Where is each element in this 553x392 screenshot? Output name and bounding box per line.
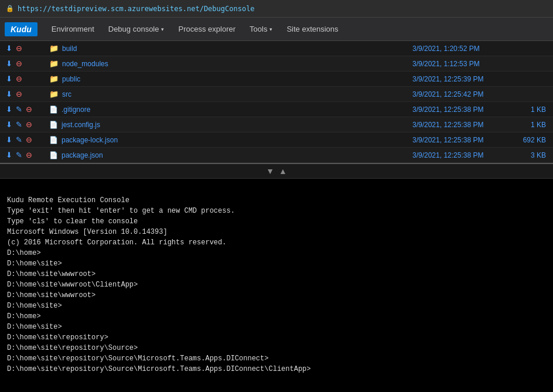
file-actions: ⬇✎⊖ [0, 120, 47, 129]
url-text: https://testdipreview.scm.azurewebsites.… [18, 5, 255, 13]
file-name-cell[interactable]: 📄jest.config.js [47, 121, 412, 129]
console-line: D:\home\site\repository\Source> [7, 343, 546, 353]
delete-icon[interactable]: ⊖ [15, 44, 23, 53]
file-date: 3/9/2021, 12:25:38 PM [412, 121, 506, 129]
console-area[interactable]: Kudu Remote Execution ConsoleType 'exit'… [0, 179, 553, 392]
folder-icon: 📁 [49, 44, 59, 53]
file-actions: ⬇⊖ [0, 74, 47, 83]
file-icon: 📄 [49, 151, 58, 159]
file-size: 1 KB [506, 105, 553, 114]
edit-icon[interactable]: ✎ [15, 105, 23, 114]
scroll-down-button[interactable]: ▼ [266, 166, 274, 176]
delete-icon[interactable]: ⊖ [25, 135, 33, 144]
table-row: ⬇✎⊖📄package-lock.json3/9/2021, 12:25:38 … [0, 132, 553, 148]
address-bar: 🔒 https://testdipreview.scm.azurewebsite… [0, 0, 553, 18]
console-line: Type 'exit' then hit 'enter' to get a ne… [7, 206, 546, 216]
table-row: ⬇⊖📁node_modules3/9/2021, 1:12:53 PM [0, 56, 553, 71]
delete-icon[interactable]: ⊖ [25, 105, 33, 114]
console-line: Kudu Remote Execution Console [7, 195, 546, 206]
file-name-cell[interactable]: 📁src [47, 90, 412, 98]
file-browser: ⬇⊖📁build3/9/2021, 1:20:52 PM⬇⊖📁node_modu… [0, 41, 553, 164]
file-icon: 📄 [49, 121, 58, 129]
lock-icon: 🔒 [6, 5, 14, 12]
table-row: ⬇✎⊖📄jest.config.js3/9/2021, 12:25:38 PM1… [0, 117, 553, 132]
file-name-cell[interactable]: 📁build [47, 44, 412, 53]
table-row: ⬇✎⊖📄package.json3/9/2021, 12:25:38 PM3 K… [0, 148, 553, 163]
console-line: D:\home\site\repository\Source\Microsoft… [7, 353, 546, 364]
nav-tools[interactable]: Tools ▾ [243, 18, 279, 41]
navbar: Kudu Environment Debug console ▾ Process… [0, 18, 553, 41]
download-icon[interactable]: ⬇ [5, 44, 13, 53]
file-name-cell[interactable]: 📄package-lock.json [47, 136, 412, 144]
edit-icon[interactable]: ✎ [15, 151, 23, 159]
file-actions: ⬇✎⊖ [0, 151, 47, 159]
file-name-cell[interactable]: 📄.gitignore [47, 105, 412, 114]
file-name-cell[interactable]: 📁public [47, 74, 412, 83]
file-name: public [62, 75, 80, 83]
file-date: 3/9/2021, 12:25:38 PM [412, 105, 506, 114]
nav-debug-console[interactable]: Debug console ▾ [101, 18, 172, 41]
file-name-cell[interactable]: 📁node_modules [47, 59, 412, 68]
file-date: 3/9/2021, 1:12:53 PM [412, 60, 506, 68]
file-date: 3/9/2021, 12:25:38 PM [412, 136, 506, 144]
download-icon[interactable]: ⬇ [5, 74, 13, 83]
edit-icon[interactable]: ✎ [15, 135, 23, 144]
file-size: 3 KB [506, 151, 553, 159]
debug-console-caret: ▾ [161, 26, 164, 32]
file-name: package.json [62, 151, 103, 159]
file-date: 3/9/2021, 12:25:39 PM [412, 75, 506, 83]
file-icon: 📄 [49, 105, 58, 114]
download-icon[interactable]: ⬇ [5, 135, 13, 144]
delete-icon[interactable]: ⊖ [15, 74, 23, 83]
file-actions: ⬇⊖ [0, 44, 47, 53]
file-name-cell[interactable]: 📄package.json [47, 151, 412, 159]
edit-icon[interactable]: ✎ [15, 120, 23, 129]
file-size: 692 KB [506, 136, 553, 144]
download-icon[interactable]: ⬇ [5, 105, 13, 114]
table-row: ⬇⊖📁build3/9/2021, 1:20:52 PM [0, 41, 553, 56]
console-line: D:\home\site\repository> [7, 332, 546, 343]
console-line: D:\home\site\wwwroot> [7, 290, 546, 301]
console-line: D:\home\site\wwwroot> [7, 269, 546, 279]
delete-icon[interactable]: ⊖ [15, 59, 23, 68]
console-line: (c) 2016 Microsoft Corporation. All righ… [7, 237, 546, 248]
file-name: package-lock.json [62, 136, 118, 144]
console-line: D:\home\site> [7, 322, 546, 332]
console-line: D:\home\site> [7, 258, 546, 269]
file-name: src [62, 90, 71, 98]
scroll-up-button[interactable]: ▲ [279, 166, 287, 176]
delete-icon[interactable]: ⊖ [15, 90, 23, 98]
nav-process-explorer[interactable]: Process explorer [171, 18, 243, 41]
file-name: .gitignore [62, 105, 90, 114]
console-line: D:\home> [7, 248, 546, 258]
delete-icon[interactable]: ⊖ [25, 120, 33, 129]
file-actions: ⬇⊖ [0, 90, 47, 98]
console-line: D:\home\site\wwwroot\ClientApp> [7, 279, 546, 290]
file-date: 3/9/2021, 12:25:42 PM [412, 90, 506, 98]
brand-logo[interactable]: Kudu [5, 22, 37, 36]
file-name: build [62, 45, 77, 53]
folder-icon: 📁 [49, 90, 59, 98]
folder-icon: 📁 [49, 59, 59, 68]
nav-site-extensions[interactable]: Site extensions [279, 18, 345, 41]
console-line: Microsoft Windows [Version 10.0.14393] [7, 227, 546, 237]
console-line: D:\home> [7, 311, 546, 322]
file-name: node_modules [62, 60, 108, 68]
tools-caret: ▾ [269, 26, 272, 32]
nav-environment[interactable]: Environment [45, 18, 101, 41]
console-line: Type 'cls' to clear the console [7, 216, 546, 227]
console-line: D:\home\site\repository\Source\Microsoft… [7, 364, 546, 374]
file-name: jest.config.js [62, 121, 100, 129]
download-icon[interactable]: ⬇ [5, 120, 13, 129]
console-line: D:\home\site> [7, 301, 546, 311]
download-icon[interactable]: ⬇ [5, 59, 13, 68]
file-actions: ⬇✎⊖ [0, 135, 47, 144]
file-actions: ⬇✎⊖ [0, 105, 47, 114]
file-date: 3/9/2021, 12:25:38 PM [412, 151, 506, 159]
download-icon[interactable]: ⬇ [5, 151, 13, 159]
file-size: 1 KB [506, 121, 553, 129]
file-date: 3/9/2021, 1:20:52 PM [412, 45, 506, 53]
table-row: ⬇⊖📁src3/9/2021, 12:25:42 PM [0, 87, 553, 102]
download-icon[interactable]: ⬇ [5, 90, 13, 98]
delete-icon[interactable]: ⊖ [25, 151, 33, 159]
